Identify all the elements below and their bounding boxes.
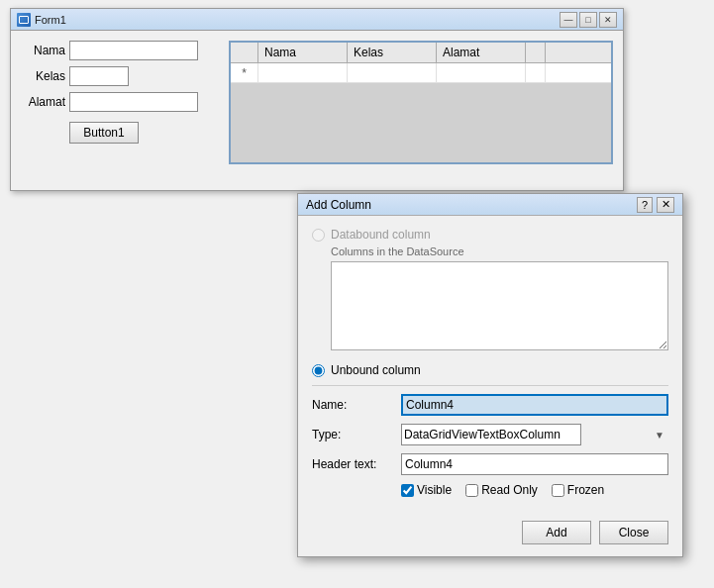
- datagrid-cell-alamat[interactable]: [437, 63, 526, 82]
- alamat-input[interactable]: [69, 92, 198, 112]
- datagrid-new-row-indicator: *: [231, 63, 258, 82]
- name-input[interactable]: [401, 394, 668, 416]
- alamat-label: Alamat: [21, 95, 65, 109]
- kelas-input[interactable]: [69, 66, 129, 86]
- visible-checkbox-item: Visible: [401, 483, 452, 497]
- form1-fields: Nama Kelas Alamat Button1: [21, 41, 219, 164]
- readonly-label: Read Only: [481, 483, 538, 497]
- unbound-label: Unbound column: [331, 363, 421, 377]
- datagrid-col-kelas[interactable]: Kelas: [348, 43, 437, 62]
- dialog-title: Add Column: [306, 198, 371, 212]
- dialog-footer: Add Close: [298, 521, 682, 556]
- checkbox-row: Visible Read Only Frozen: [401, 483, 668, 497]
- form1-title: Form1: [35, 14, 66, 26]
- type-select-wrapper: DataGridViewTextBoxColumn ▼: [401, 424, 668, 445]
- datagrid-col-nama[interactable]: Nama: [258, 43, 348, 62]
- dialog-titlebar: Add Column ? ✕: [298, 194, 682, 216]
- type-row: Type: DataGridViewTextBoxColumn ▼: [312, 424, 668, 445]
- type-select-arrow-icon: ▼: [655, 430, 664, 441]
- dialog-win-controls: ? ✕: [637, 197, 674, 213]
- databound-option: Databound column: [312, 228, 668, 242]
- visible-checkbox[interactable]: [401, 484, 414, 497]
- name-field-label: Name:: [312, 398, 401, 412]
- readonly-checkbox[interactable]: [465, 484, 478, 497]
- close-dialog-button[interactable]: Close: [599, 521, 668, 544]
- form1-app-icon: [17, 13, 31, 27]
- dialog-close-winbtn[interactable]: ✕: [657, 197, 674, 213]
- databound-label: Databound column: [331, 228, 431, 242]
- databound-radio[interactable]: [312, 229, 325, 242]
- kelas-label: Kelas: [21, 69, 65, 83]
- alamat-row: Alamat: [21, 92, 219, 112]
- datagrid-row-indicator-header: [231, 43, 258, 62]
- form1-body: Nama Kelas Alamat Button1 Nama Kelas Ala…: [11, 31, 623, 174]
- type-select[interactable]: DataGridViewTextBoxColumn: [401, 424, 581, 445]
- datagrid-cell-nama[interactable]: [258, 63, 348, 82]
- datagrid-col-alamat[interactable]: Alamat: [437, 43, 526, 62]
- unbound-radio[interactable]: [312, 364, 325, 377]
- header-input[interactable]: [401, 453, 668, 475]
- datagrid-cell-kelas[interactable]: [348, 63, 437, 82]
- close-button[interactable]: ✕: [599, 12, 617, 28]
- button1[interactable]: Button1: [69, 122, 139, 144]
- win-controls: — □ ✕: [560, 12, 617, 28]
- datagrid-header: Nama Kelas Alamat: [231, 43, 611, 63]
- add-button[interactable]: Add: [522, 521, 591, 544]
- datagrid-cell-extra: [526, 63, 546, 82]
- frozen-label: Frozen: [567, 483, 604, 497]
- frozen-checkbox[interactable]: [552, 484, 564, 497]
- type-field-label: Type:: [312, 428, 401, 441]
- add-column-dialog: Add Column ? ✕ Databound column Columns …: [297, 193, 683, 557]
- nama-input[interactable]: [69, 41, 198, 60]
- name-row: Name:: [312, 394, 668, 416]
- frozen-checkbox-item: Frozen: [552, 483, 604, 497]
- datagrid-col-extra: [526, 43, 546, 62]
- minimize-button[interactable]: —: [560, 12, 577, 28]
- header-field-label: Header text:: [312, 457, 401, 471]
- form1-window: Form1 — □ ✕ Nama Kelas Alamat Button1: [10, 8, 624, 191]
- maximize-button[interactable]: □: [579, 12, 597, 28]
- datagrid-new-row: *: [231, 63, 611, 83]
- dialog-body: Databound column Columns in the DataSour…: [298, 216, 682, 521]
- nama-row: Nama: [21, 41, 219, 60]
- nama-label: Nama: [21, 44, 65, 57]
- kelas-row: Kelas: [21, 66, 219, 86]
- datasource-listbox[interactable]: [331, 261, 668, 350]
- form1-title-left: Form1: [17, 13, 66, 27]
- dialog-help-button[interactable]: ?: [637, 197, 653, 213]
- datasource-sublabel: Columns in the DataSource: [331, 245, 668, 257]
- form1-titlebar: Form1 — □ ✕: [11, 9, 623, 31]
- unbound-option: Unbound column: [312, 363, 668, 377]
- header-row: Header text:: [312, 453, 668, 475]
- datagrid[interactable]: Nama Kelas Alamat *: [229, 41, 613, 164]
- visible-label: Visible: [417, 483, 452, 497]
- readonly-checkbox-item: Read Only: [465, 483, 538, 497]
- datagrid-empty-area: [231, 83, 611, 162]
- divider: [312, 385, 668, 386]
